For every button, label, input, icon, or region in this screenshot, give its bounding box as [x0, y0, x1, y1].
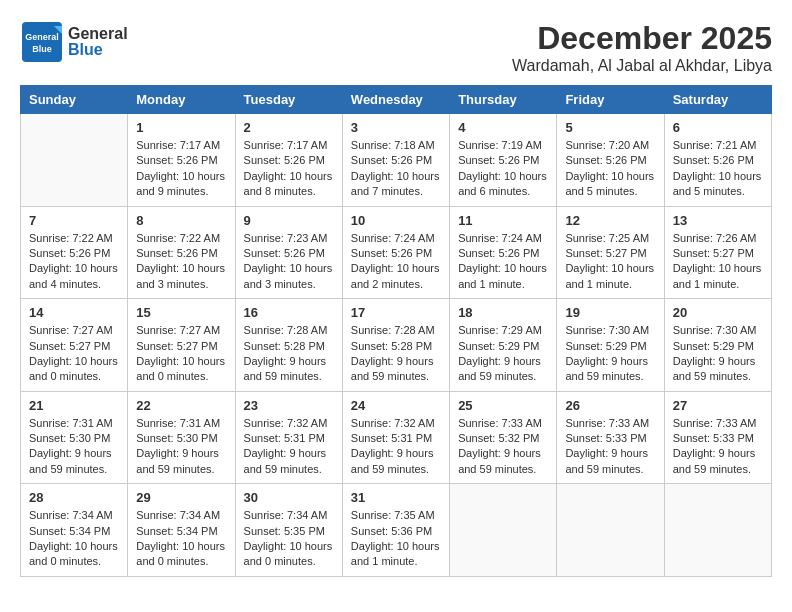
day-info: Sunrise: 7:19 AMSunset: 5:26 PMDaylight:… — [458, 138, 548, 200]
calendar-week-2: 14 Sunrise: 7:27 AMSunset: 5:27 PMDaylig… — [21, 299, 772, 392]
day-info: Sunrise: 7:20 AMSunset: 5:26 PMDaylight:… — [565, 138, 655, 200]
calendar-header-monday: Monday — [128, 86, 235, 114]
day-info: Sunrise: 7:34 AMSunset: 5:34 PMDaylight:… — [136, 508, 226, 570]
calendar-cell: 24 Sunrise: 7:32 AMSunset: 5:31 PMDaylig… — [342, 391, 449, 484]
calendar-cell: 11 Sunrise: 7:24 AMSunset: 5:26 PMDaylig… — [450, 206, 557, 299]
day-info: Sunrise: 7:23 AMSunset: 5:26 PMDaylight:… — [244, 231, 334, 293]
day-number: 4 — [458, 120, 548, 135]
day-number: 16 — [244, 305, 334, 320]
calendar-cell: 17 Sunrise: 7:28 AMSunset: 5:28 PMDaylig… — [342, 299, 449, 392]
logo-blue: Blue — [68, 42, 128, 58]
day-info: Sunrise: 7:31 AMSunset: 5:30 PMDaylight:… — [29, 416, 119, 478]
calendar-cell: 7 Sunrise: 7:22 AMSunset: 5:26 PMDayligh… — [21, 206, 128, 299]
calendar-cell: 14 Sunrise: 7:27 AMSunset: 5:27 PMDaylig… — [21, 299, 128, 392]
day-number: 3 — [351, 120, 441, 135]
calendar-cell: 4 Sunrise: 7:19 AMSunset: 5:26 PMDayligh… — [450, 114, 557, 207]
calendar-cell: 29 Sunrise: 7:34 AMSunset: 5:34 PMDaylig… — [128, 484, 235, 577]
day-number: 26 — [565, 398, 655, 413]
calendar-cell: 15 Sunrise: 7:27 AMSunset: 5:27 PMDaylig… — [128, 299, 235, 392]
day-info: Sunrise: 7:33 AMSunset: 5:33 PMDaylight:… — [673, 416, 763, 478]
day-info: Sunrise: 7:22 AMSunset: 5:26 PMDaylight:… — [29, 231, 119, 293]
day-number: 12 — [565, 213, 655, 228]
day-info: Sunrise: 7:24 AMSunset: 5:26 PMDaylight:… — [458, 231, 548, 293]
calendar-cell: 10 Sunrise: 7:24 AMSunset: 5:26 PMDaylig… — [342, 206, 449, 299]
day-info: Sunrise: 7:27 AMSunset: 5:27 PMDaylight:… — [29, 323, 119, 385]
day-number: 18 — [458, 305, 548, 320]
day-info: Sunrise: 7:27 AMSunset: 5:27 PMDaylight:… — [136, 323, 226, 385]
logo-general: General — [68, 26, 128, 42]
day-number: 29 — [136, 490, 226, 505]
day-info: Sunrise: 7:24 AMSunset: 5:26 PMDaylight:… — [351, 231, 441, 293]
day-number: 15 — [136, 305, 226, 320]
calendar-header-tuesday: Tuesday — [235, 86, 342, 114]
month-title: December 2025 — [512, 20, 772, 57]
calendar-cell: 19 Sunrise: 7:30 AMSunset: 5:29 PMDaylig… — [557, 299, 664, 392]
day-info: Sunrise: 7:32 AMSunset: 5:31 PMDaylight:… — [244, 416, 334, 478]
day-number: 6 — [673, 120, 763, 135]
calendar-cell: 12 Sunrise: 7:25 AMSunset: 5:27 PMDaylig… — [557, 206, 664, 299]
day-info: Sunrise: 7:26 AMSunset: 5:27 PMDaylight:… — [673, 231, 763, 293]
day-number: 10 — [351, 213, 441, 228]
day-number: 24 — [351, 398, 441, 413]
calendar-cell: 9 Sunrise: 7:23 AMSunset: 5:26 PMDayligh… — [235, 206, 342, 299]
calendar-cell: 31 Sunrise: 7:35 AMSunset: 5:36 PMDaylig… — [342, 484, 449, 577]
day-number: 30 — [244, 490, 334, 505]
day-number: 27 — [673, 398, 763, 413]
calendar-cell: 16 Sunrise: 7:28 AMSunset: 5:28 PMDaylig… — [235, 299, 342, 392]
calendar-header-saturday: Saturday — [664, 86, 771, 114]
logo: General Blue General Blue — [20, 20, 128, 64]
day-number: 8 — [136, 213, 226, 228]
day-info: Sunrise: 7:31 AMSunset: 5:30 PMDaylight:… — [136, 416, 226, 478]
day-number: 9 — [244, 213, 334, 228]
calendar-cell: 6 Sunrise: 7:21 AMSunset: 5:26 PMDayligh… — [664, 114, 771, 207]
calendar-week-4: 28 Sunrise: 7:34 AMSunset: 5:34 PMDaylig… — [21, 484, 772, 577]
day-info: Sunrise: 7:30 AMSunset: 5:29 PMDaylight:… — [565, 323, 655, 385]
day-number: 25 — [458, 398, 548, 413]
day-number: 14 — [29, 305, 119, 320]
day-info: Sunrise: 7:21 AMSunset: 5:26 PMDaylight:… — [673, 138, 763, 200]
calendar-cell: 18 Sunrise: 7:29 AMSunset: 5:29 PMDaylig… — [450, 299, 557, 392]
day-number: 1 — [136, 120, 226, 135]
day-info: Sunrise: 7:29 AMSunset: 5:29 PMDaylight:… — [458, 323, 548, 385]
day-number: 7 — [29, 213, 119, 228]
day-number: 17 — [351, 305, 441, 320]
calendar-cell: 1 Sunrise: 7:17 AMSunset: 5:26 PMDayligh… — [128, 114, 235, 207]
calendar-cell: 13 Sunrise: 7:26 AMSunset: 5:27 PMDaylig… — [664, 206, 771, 299]
day-info: Sunrise: 7:22 AMSunset: 5:26 PMDaylight:… — [136, 231, 226, 293]
calendar-cell: 8 Sunrise: 7:22 AMSunset: 5:26 PMDayligh… — [128, 206, 235, 299]
day-info: Sunrise: 7:25 AMSunset: 5:27 PMDaylight:… — [565, 231, 655, 293]
day-info: Sunrise: 7:33 AMSunset: 5:33 PMDaylight:… — [565, 416, 655, 478]
calendar-header-friday: Friday — [557, 86, 664, 114]
calendar-cell: 22 Sunrise: 7:31 AMSunset: 5:30 PMDaylig… — [128, 391, 235, 484]
header: General Blue General Blue December 2025 … — [20, 20, 772, 75]
calendar-cell: 27 Sunrise: 7:33 AMSunset: 5:33 PMDaylig… — [664, 391, 771, 484]
calendar-week-1: 7 Sunrise: 7:22 AMSunset: 5:26 PMDayligh… — [21, 206, 772, 299]
calendar-cell — [450, 484, 557, 577]
calendar-cell: 30 Sunrise: 7:34 AMSunset: 5:35 PMDaylig… — [235, 484, 342, 577]
calendar-cell: 28 Sunrise: 7:34 AMSunset: 5:34 PMDaylig… — [21, 484, 128, 577]
day-info: Sunrise: 7:33 AMSunset: 5:32 PMDaylight:… — [458, 416, 548, 478]
day-number: 31 — [351, 490, 441, 505]
day-number: 2 — [244, 120, 334, 135]
calendar-cell: 5 Sunrise: 7:20 AMSunset: 5:26 PMDayligh… — [557, 114, 664, 207]
calendar-table: SundayMondayTuesdayWednesdayThursdayFrid… — [20, 85, 772, 577]
calendar-header-thursday: Thursday — [450, 86, 557, 114]
calendar-cell — [557, 484, 664, 577]
calendar-cell: 21 Sunrise: 7:31 AMSunset: 5:30 PMDaylig… — [21, 391, 128, 484]
calendar-cell: 20 Sunrise: 7:30 AMSunset: 5:29 PMDaylig… — [664, 299, 771, 392]
day-number: 23 — [244, 398, 334, 413]
day-number: 20 — [673, 305, 763, 320]
calendar-cell: 2 Sunrise: 7:17 AMSunset: 5:26 PMDayligh… — [235, 114, 342, 207]
day-number: 28 — [29, 490, 119, 505]
day-number: 13 — [673, 213, 763, 228]
calendar-header-row: SundayMondayTuesdayWednesdayThursdayFrid… — [21, 86, 772, 114]
calendar-week-3: 21 Sunrise: 7:31 AMSunset: 5:30 PMDaylig… — [21, 391, 772, 484]
day-info: Sunrise: 7:35 AMSunset: 5:36 PMDaylight:… — [351, 508, 441, 570]
calendar-header-sunday: Sunday — [21, 86, 128, 114]
day-info: Sunrise: 7:30 AMSunset: 5:29 PMDaylight:… — [673, 323, 763, 385]
logo-icon: General Blue — [20, 20, 64, 64]
svg-text:General: General — [25, 32, 59, 42]
calendar-cell: 23 Sunrise: 7:32 AMSunset: 5:31 PMDaylig… — [235, 391, 342, 484]
day-info: Sunrise: 7:34 AMSunset: 5:34 PMDaylight:… — [29, 508, 119, 570]
day-info: Sunrise: 7:28 AMSunset: 5:28 PMDaylight:… — [244, 323, 334, 385]
